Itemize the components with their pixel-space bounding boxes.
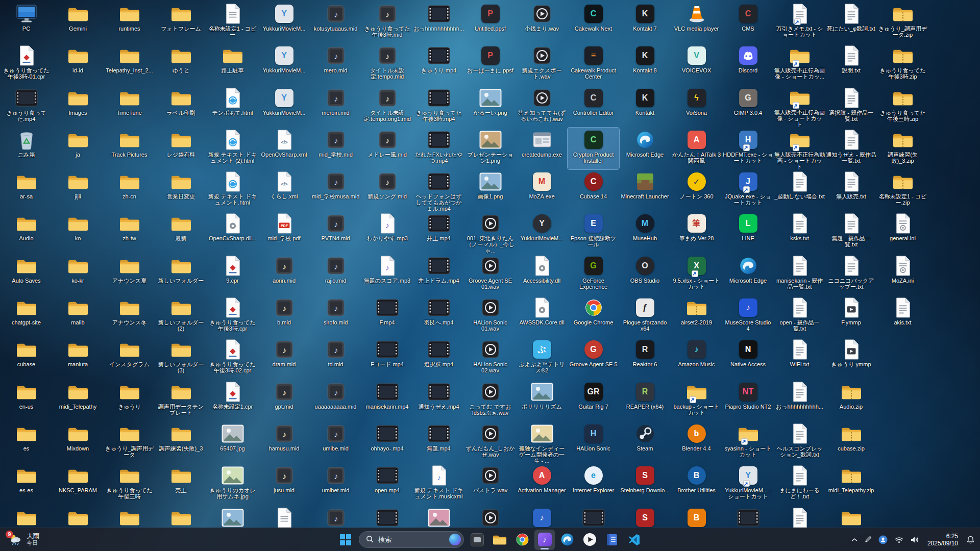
desktop-icon[interactable]: EEpson 接続診断ツール	[568, 211, 619, 253]
desktop-icon[interactable]: F.ymmp	[825, 295, 877, 337]
desktop-icon[interactable]: eInternet Explorer	[568, 463, 619, 505]
taskbar-app-music-app[interactable]: ♪	[534, 530, 555, 550]
desktop-icon[interactable]: CCakewalk Next	[568, 2, 619, 43]
desktop-icon[interactable]: ♪dram.mid	[258, 337, 310, 379]
desktop-icon[interactable]: airset2-2019	[671, 295, 722, 337]
desktop-icon[interactable]: ♪td.mid	[310, 337, 361, 379]
desktop-icon[interactable]: jijii	[52, 169, 104, 211]
desktop-icon[interactable]: ♪MuseScore Studio 4	[722, 295, 774, 337]
desktop-icon[interactable]: ヘッドフォンはずしててもあがつかまル.mp4	[413, 169, 464, 211]
desktop-icon[interactable]: backup - ショートカット	[671, 380, 722, 421]
desktop-icon[interactable]: 9.cpr	[207, 254, 258, 295]
desktop-icon[interactable]: KKontakt	[619, 86, 671, 128]
desktop-icon[interactable]: ƒPlogue sforzando x64	[619, 295, 671, 337]
desktop-icon[interactable]: Images	[52, 86, 104, 128]
desktop-icon[interactable]: ≡Cakewalk Product Center	[568, 43, 619, 85]
desktop-icon[interactable]: 調声練習(失敗)_3.zip	[877, 128, 928, 169]
start-button[interactable]	[335, 530, 356, 550]
taskbar-app-vscode[interactable]	[624, 530, 645, 550]
desktop-icon[interactable]: CController Editor	[568, 86, 619, 128]
desktop-icon[interactable]: 調声練習(失敗)_3	[155, 421, 207, 463]
desktop-icon[interactable]: BBrother Utilities	[671, 463, 722, 505]
desktop-icon[interactable]: OOBS Studio	[619, 254, 671, 295]
desktop-icon[interactable]: だれたFXいれたやつ.mp4	[413, 128, 464, 169]
desktop-icon[interactable]: 無題 - 親作品一覧.txt	[825, 211, 877, 253]
desktop-icon[interactable]: NKSC_PARAM	[52, 463, 104, 505]
desktop-icon[interactable]: 選択肢.mp4	[413, 337, 464, 379]
desktop-icon[interactable]: GGIMP 3.0.4	[722, 86, 774, 128]
desktop-icon[interactable]: きゅうり食ってた午後三時.zip	[877, 86, 928, 128]
desktop-icon[interactable]: 新しいフォルダー (2)	[155, 295, 207, 337]
desktop-icon[interactable]: ♪rajio.mid	[310, 254, 361, 295]
desktop-icon[interactable]: 無題.mp4	[413, 421, 464, 463]
desktop-icon[interactable]: YYukkuriMovieM...	[258, 43, 310, 85]
desktop-icon[interactable]: 最新	[155, 211, 207, 253]
desktop-icon[interactable]: HALion Sonic 01.wav	[464, 295, 516, 337]
desktop-icon[interactable]: ♪無題のスコア.mp3	[361, 254, 413, 295]
desktop-icon[interactable]: KKontakt 7	[619, 2, 671, 43]
desktop-icon[interactable]: きゅうり.ymmp	[825, 337, 877, 379]
desktop-icon[interactable]: きゅうり食ってた午後3時-02.cpr	[207, 337, 258, 379]
desktop-icon[interactable]: ✓ノートン 360	[671, 169, 722, 211]
desktop-icon[interactable]: runtimes	[104, 2, 155, 43]
desktop-icon[interactable]: PUntitled.ppsf	[464, 2, 516, 43]
desktop-icon[interactable]: Pおーばーまに.ppsf	[464, 43, 516, 85]
desktop-icon[interactable]: ♪jusu.mid	[258, 463, 310, 505]
desktop-icon[interactable]: ♪kotusytuaaus.mid	[310, 2, 361, 43]
desktop-icon[interactable]: 通知うぜえ - 親作品一覧.txt	[825, 128, 877, 169]
desktop-icon[interactable]: ♪gpt.mid	[258, 380, 310, 421]
desktop-icon[interactable]: malib	[52, 295, 104, 337]
desktop-icon[interactable]: HHDDFMT.exe - ショートカット	[722, 128, 774, 169]
desktop-icon[interactable]: ♪わかりやす.mp3	[361, 211, 413, 253]
desktop-icon[interactable]: ♪uaaaaaaaaa.mid	[310, 380, 361, 421]
desktop-icon[interactable]: RREAPER (x64)	[619, 380, 671, 421]
desktop-icon[interactable]: YYukkuriMovieM...	[258, 2, 310, 43]
desktop-icon[interactable]: かるーい.png	[464, 86, 516, 128]
desktop-icon[interactable]: ♪mero.mid	[310, 43, 361, 85]
desktop-icon[interactable]: midi_Telepathy	[52, 380, 104, 421]
desktop-icon[interactable]: ko-kr	[52, 254, 104, 295]
taskbar-app-media-player[interactable]	[579, 530, 600, 550]
desktop-icon[interactable]: Telepathy_Inst_2...	[104, 43, 155, 85]
desktop-icon[interactable]: ko	[52, 211, 104, 253]
desktop-icon[interactable]: きゅうり	[104, 380, 155, 421]
desktop-icon[interactable]: ずんだもん_しおかぜ.wav	[464, 421, 516, 463]
desktop-icon[interactable]: Mixdown	[52, 421, 104, 463]
desktop-icon[interactable]: MMuseHub	[619, 211, 671, 253]
desktop-icon[interactable]: 新規エクスポート.wav	[516, 43, 568, 85]
desktop-icon[interactable]: 無人販売.txt	[825, 169, 877, 211]
taskbar-app-media-app[interactable]	[467, 530, 487, 550]
desktop-icon[interactable]: ♪aorin.mid	[258, 254, 310, 295]
desktop-icon[interactable]: GGroove Agent SE 5	[568, 337, 619, 379]
desktop-icon[interactable]: ♪sirofo.mid	[310, 295, 361, 337]
desktop-icon[interactable]: manisekarin.mp4	[361, 380, 413, 421]
desktop-icon[interactable]: 001_東北きりたん（ノーマル）_今しゃ...	[464, 211, 516, 253]
desktop-icon[interactable]: きゅうり食ってた午後三時	[104, 463, 155, 505]
desktop-icon[interactable]: midi_Telepathy.zip	[825, 463, 877, 505]
weather-widget[interactable]: 9 大雨 今日	[4, 528, 43, 551]
desktop-icon[interactable]: NNative Access	[722, 337, 774, 379]
desktop-icon[interactable]: F.mp4	[361, 295, 413, 337]
desktop-icon[interactable]: インスタグラム	[104, 337, 155, 379]
desktop-icon[interactable]: ♪タイトル未設定.tempo.mid	[361, 43, 413, 85]
desktop-icon[interactable]: 井上.mp4	[413, 211, 464, 253]
desktop-icon[interactable]: ♪PVTNd.mid	[310, 211, 361, 253]
desktop-icon[interactable]: おっhhhhhhhhhhh...	[413, 2, 464, 43]
desktop-icon[interactable]: ksks.txt	[774, 211, 825, 253]
desktop-icon[interactable]: MoZA.ini	[877, 254, 928, 295]
desktop-icon[interactable]: 無人販売不正行為動画 - ショートカット	[774, 128, 825, 169]
desktop-icon[interactable]: zh-cn	[104, 169, 155, 211]
desktop-icon[interactable]: manisekarin - 親作品一覧.txt	[774, 254, 825, 295]
desktop-icon[interactable]: ♪mid_学校.mid	[310, 128, 361, 169]
desktop-icon[interactable]: Auto Saves	[1, 254, 52, 295]
desktop-icon[interactable]: Steam	[619, 421, 671, 463]
desktop-icon[interactable]: HHALion Sonic	[568, 421, 619, 463]
desktop-icon[interactable]: 孤独なインディーゲーム開発者の一生 - ...	[516, 421, 568, 463]
desktop-icon[interactable]: きゅうり_調声用データ.zip	[877, 2, 928, 43]
desktop-icon[interactable]: ♪タイトル未設定.tempo.orig1.mid	[361, 86, 413, 128]
desktop-icon[interactable]: ♪Amazon Music	[671, 337, 722, 379]
desktop-icon[interactable]: ohhayo-.mp4	[361, 421, 413, 463]
desktop-icon[interactable]: en-us	[1, 380, 52, 421]
desktop-icon[interactable]: YYukkuriMovieM...	[258, 86, 310, 128]
desktop-icon[interactable]: 万引きメモ.txt - ショートカット	[774, 2, 825, 43]
